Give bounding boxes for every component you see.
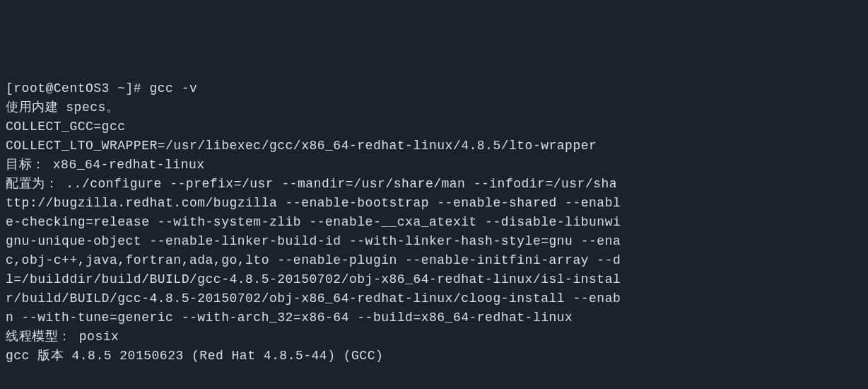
output-line: n --with-tune=generic --with-arch_32=x86… xyxy=(6,308,862,327)
command-line: [root@CentOS3 ~]# gcc -v xyxy=(6,79,862,98)
output-line: COLLECT_LTO_WRAPPER=/usr/libexec/gcc/x86… xyxy=(6,137,862,156)
output-line: COLLECT_GCC=gcc xyxy=(6,117,862,137)
output-line: 配置为： ../configure --prefix=/usr --mandir… xyxy=(6,175,862,194)
output-line: 使用内建 specs。 xyxy=(6,98,862,117)
shell-prompt: [root@CentOS3 ~]# xyxy=(6,81,149,95)
output-line: e-checking=release --with-system-zlib --… xyxy=(6,213,862,232)
terminal-window[interactable]: [root@CentOS3 ~]# gcc -v使用内建 specs。COLLE… xyxy=(6,79,862,366)
output-line: r/build/BUILD/gcc-4.8.5-20150702/obj-x86… xyxy=(6,289,862,308)
output-line: ttp://bugzilla.redhat.com/bugzilla --ena… xyxy=(6,194,862,213)
output-line: gnu-unique-object --enable-linker-build-… xyxy=(6,232,862,251)
output-line: l=/builddir/build/BUILD/gcc-4.8.5-201507… xyxy=(6,270,862,289)
output-line: gcc 版本 4.8.5 20150623 (Red Hat 4.8.5-44)… xyxy=(6,347,862,366)
output-line: 目标： x86_64-redhat-linux xyxy=(6,156,862,175)
output-line: c,obj-c++,java,fortran,ada,go,lto --enab… xyxy=(6,251,862,270)
output-line: 线程模型： posix xyxy=(6,327,862,347)
entered-command: gcc -v xyxy=(149,81,197,95)
